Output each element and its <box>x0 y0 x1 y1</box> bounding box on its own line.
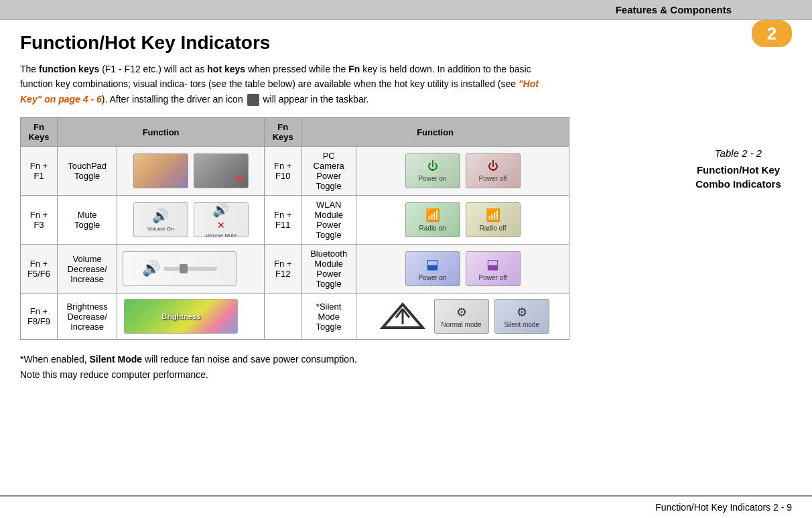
silent-mode-label: Silent mode <box>504 321 539 328</box>
brightness-label: Brightness <box>162 312 200 320</box>
func-wlan: WLANModulePowerToggle <box>301 196 356 245</box>
page-title: Function/Hot Key Indicators <box>20 32 563 54</box>
bt-off-img: ⬓ Power off <box>466 251 521 286</box>
normal-mode-img: ⚙ Normal mode <box>434 299 489 334</box>
img-silent: ⚙ Normal mode ⚙ Silent mode <box>356 294 569 340</box>
volume-speaker-icon: 🔊 <box>142 260 160 277</box>
fn-key-f1: Fn + F1 <box>21 147 58 196</box>
silent-logo-img <box>375 299 430 334</box>
radio-off-label: Radio off <box>480 224 506 232</box>
fn-key-silent <box>265 294 301 340</box>
main-content: Function/Hot Key Indicators The function… <box>0 20 583 389</box>
col-function-right: Function <box>301 118 569 147</box>
footnote: *When enabled, Silent Mode will reduce f… <box>20 352 563 382</box>
wlan-off-img: 📶 Radio off <box>466 202 521 237</box>
table-number: Table 2 - 2 <box>685 147 792 159</box>
power-on-label: Power on <box>418 175 446 182</box>
func-brightness: BrightnessDecrease/Increase <box>58 294 117 340</box>
sidebar-caption: Table 2 - 2 Function/Hot Key Combo Indic… <box>685 147 792 191</box>
col-function-left: Function <box>58 118 265 147</box>
radio-on-label: Radio on <box>419 224 446 232</box>
img-volume: 🔊 <box>117 245 265 294</box>
fn-keys-bold: function keys <box>39 64 99 74</box>
func-bluetooth: BluetoothModulePowerToggle <box>301 245 356 294</box>
bt-on-icon: ⬓ <box>426 256 439 272</box>
mute-x-icon: ✕ <box>217 220 225 231</box>
volume-slider-img: 🔊 <box>123 251 236 286</box>
silent-mode-img: ⚙ Silent mode <box>494 299 549 334</box>
taskbar-icon <box>247 94 259 106</box>
table-row: Fn +F5/F6 VolumeDecrease/Increase 🔊 Fn +… <box>21 245 569 294</box>
img-wlan: 📶 Radio on 📶 Radio off <box>356 196 569 245</box>
volume-on-img: 🔊 Volume On <box>133 202 188 237</box>
fn-key-f3: Fn + F3 <box>21 196 58 245</box>
normal-mode-icon: ⚙ <box>456 305 467 320</box>
fn-key-f10: Fn +F10 <box>265 147 301 196</box>
volume-slider-bar <box>163 267 217 271</box>
chapter-number: 2 <box>767 23 776 44</box>
func-volume: VolumeDecrease/Increase <box>58 245 117 294</box>
volume-on-label: Volume On <box>147 226 174 232</box>
speaker-mute-icon: 🔊 <box>212 202 229 218</box>
hot-key-link: "Hot Key" on page 4 - 6 <box>20 78 539 104</box>
chapter-badge: 2 <box>752 20 792 47</box>
img-pccamera: ⏻ Power on ⏻ Power off <box>356 147 569 196</box>
wifi-on-icon: 📶 <box>425 208 440 222</box>
footer-text: Function/Hot Key Indicators 2 - 9 <box>655 502 792 513</box>
touchpad-on-img <box>133 153 188 188</box>
func-touchpad: TouchPadToggle <box>58 147 117 196</box>
table-row: Fn + F1 TouchPadToggle Fn +F10 PCCameraP… <box>21 147 569 196</box>
wifi-off-icon: 📶 <box>486 208 500 222</box>
bt-power-on-label: Power on <box>418 274 446 281</box>
volume-mute-label: Volume Mute <box>205 233 236 238</box>
bt-off-icon: ⬓ <box>486 256 499 272</box>
fn-bold: Fn <box>348 64 360 74</box>
power-off-label: Power off <box>479 175 507 182</box>
power-off-icon: ⏻ <box>488 160 498 172</box>
speaker-on-icon: 🔊 <box>152 208 169 224</box>
pccamera-on-img: ⏻ Power on <box>405 153 460 188</box>
fn-key-f5f6: Fn +F5/F6 <box>21 245 58 294</box>
fn-key-f12: Fn +F12 <box>265 245 301 294</box>
power-on-icon: ⏻ <box>427 160 438 172</box>
wlan-images: 📶 Radio on 📶 Radio off <box>362 201 563 239</box>
silent-mode-icon: ⚙ <box>517 305 527 320</box>
img-brightness: Brightness <box>117 294 265 340</box>
brightness-img: Brightness <box>124 299 238 334</box>
img-touchpad <box>117 147 265 196</box>
img-bluetooth: ⬓ Power on ⬓ Power off <box>356 245 569 294</box>
pccamera-off-img: ⏻ Power off <box>466 153 521 188</box>
touchpad-off-img <box>194 153 249 188</box>
table-title: Function/Hot Key Combo Indicators <box>685 163 792 191</box>
img-mute: 🔊 Volume On 🔊 ✕ Volume Mute <box>117 196 265 245</box>
fn-key-table: FnKeys Function FnKeys Function Fn + F1 … <box>20 117 569 340</box>
silent-images: ⚙ Normal mode ⚙ Silent mode <box>362 298 563 335</box>
touchpad-images <box>123 152 259 190</box>
volume-off-img: 🔊 ✕ Volume Mute <box>194 202 249 237</box>
silent-mode-bold: Silent Mode <box>90 354 143 365</box>
bluetooth-images: ⬓ Power on ⬓ Power off <box>362 250 563 287</box>
pccamera-images: ⏻ Power on ⏻ Power off <box>362 152 563 190</box>
footer-bar: Function/Hot Key Indicators 2 - 9 <box>0 495 812 518</box>
header-title: Features & Components <box>616 4 732 15</box>
bt-power-off-label: Power off <box>479 274 507 281</box>
func-pccamera: PCCameraPowerToggle <box>301 147 356 196</box>
intro-paragraph: The function keys (F1 - F12 etc.) will a… <box>20 62 563 107</box>
top-bar: Features & Components <box>0 0 812 20</box>
func-silent: *SilentModeToggle <box>301 294 356 340</box>
mute-images: 🔊 Volume On 🔊 ✕ Volume Mute <box>123 201 259 239</box>
table-row: Fn +F8/F9 BrightnessDecrease/Increase Br… <box>21 294 569 340</box>
func-mute: MuteToggle <box>58 196 117 245</box>
bt-on-img: ⬓ Power on <box>405 251 460 286</box>
fn-key-f11: Fn +F11 <box>265 196 301 245</box>
hot-keys-bold: hot keys <box>207 64 245 74</box>
table-row: Fn + F3 MuteToggle 🔊 Volume On 🔊 ✕ Volum… <box>21 196 569 245</box>
silent-logo-svg <box>379 301 426 332</box>
col-fn-keys-left: FnKeys <box>21 118 58 147</box>
fn-key-f8f9: Fn +F8/F9 <box>21 294 58 340</box>
col-fn-keys-right: FnKeys <box>265 118 301 147</box>
table-header-row: FnKeys Function FnKeys Function <box>21 118 569 147</box>
wlan-on-img: 📶 Radio on <box>405 202 460 237</box>
normal-mode-label: Normal mode <box>442 321 482 328</box>
